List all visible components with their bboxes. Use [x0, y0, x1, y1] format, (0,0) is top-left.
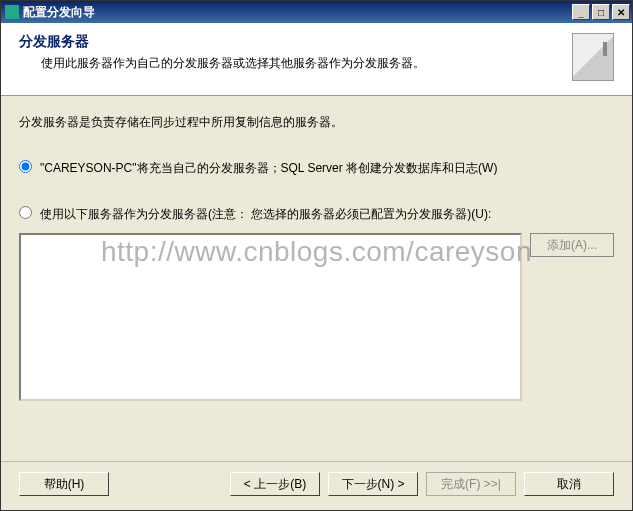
radio-other-distributor[interactable]: [19, 206, 32, 219]
radio-self-distributor[interactable]: [19, 160, 32, 173]
server-listbox[interactable]: [19, 233, 522, 401]
button-bar: 帮助(H) < 上一步(B) 下一步(N) > 完成(F) >>| 取消: [1, 461, 632, 510]
minimize-button[interactable]: _: [572, 4, 590, 20]
maximize-button[interactable]: □: [592, 4, 610, 20]
nav-button-group: < 上一步(B) 下一步(N) > 完成(F) >>| 取消: [230, 472, 614, 496]
radio-self-distributor-label[interactable]: "CAREYSON-PC"将充当自己的分发服务器；SQL Server 将创建分…: [40, 159, 497, 177]
titlebar-left: 配置分发向导: [5, 4, 95, 21]
close-button[interactable]: ✕: [612, 4, 630, 20]
add-button: 添加(A)...: [530, 233, 614, 257]
app-icon: [5, 5, 19, 19]
server-icon: [572, 33, 614, 81]
window-title: 配置分发向导: [23, 4, 95, 21]
titlebar: 配置分发向导 _ □ ✕: [1, 1, 632, 23]
content-area: 分发服务器 使用此服务器作为自己的分发服务器或选择其他服务器作为分发服务器。 分…: [1, 23, 632, 510]
back-button[interactable]: < 上一步(B): [230, 472, 320, 496]
window-controls: _ □ ✕: [572, 4, 630, 20]
cancel-button[interactable]: 取消: [524, 472, 614, 496]
help-button[interactable]: 帮助(H): [19, 472, 109, 496]
description-text: 分发服务器是负责存储在同步过程中所用复制信息的服务器。: [19, 114, 614, 131]
radio-other-distributor-label[interactable]: 使用以下服务器作为分发服务器(注意： 您选择的服务器必须已配置为分发服务器)(U…: [40, 205, 491, 223]
radio-option-self-distributor[interactable]: "CAREYSON-PC"将充当自己的分发服务器；SQL Server 将创建分…: [19, 159, 614, 177]
page-title: 分发服务器: [19, 33, 425, 51]
radio-option-other-distributor[interactable]: 使用以下服务器作为分发服务器(注意： 您选择的服务器必须已配置为分发服务器)(U…: [19, 205, 614, 223]
server-list-area: 添加(A)...: [19, 233, 614, 401]
header-panel: 分发服务器 使用此服务器作为自己的分发服务器或选择其他服务器作为分发服务器。: [1, 23, 632, 96]
header-text: 分发服务器 使用此服务器作为自己的分发服务器或选择其他服务器作为分发服务器。: [19, 33, 425, 72]
main-panel: 分发服务器是负责存储在同步过程中所用复制信息的服务器。 "CAREYSON-PC…: [1, 96, 632, 461]
finish-button: 完成(F) >>|: [426, 472, 516, 496]
next-button[interactable]: 下一步(N) >: [328, 472, 418, 496]
page-subtitle: 使用此服务器作为自己的分发服务器或选择其他服务器作为分发服务器。: [19, 55, 425, 72]
